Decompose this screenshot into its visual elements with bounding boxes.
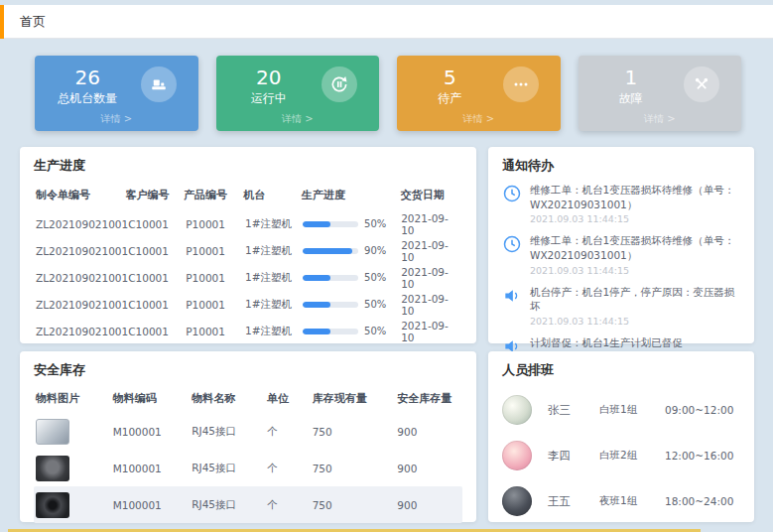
notification-item[interactable]: 机台停产：机台1停产，停产原因：变压器损坏 2021.09.03 11:44:1… [502,285,740,327]
table-row: ZL202109021001 C10001 P10001 1#注塑机 50% 2… [34,318,462,344]
product-no: P10001 [186,272,245,284]
speaker-icon [502,286,522,306]
running-icon [322,66,357,102]
staff-name: 李四 [548,449,599,464]
card-detail-link[interactable]: 详情 > [216,112,380,131]
material-unit: 个 [267,462,313,475]
stat-cards-row: 26 总机台数量 详情 > 20 运行中 详情 > 5 待产 [35,56,741,131]
staff-name: 张三 [548,403,599,418]
customer-no: C10001 [128,218,186,230]
table-row: ZL202109021001 C10001 P10001 1#注塑机 50% 2… [34,291,462,318]
delivery-date: 2021-09-10 [401,320,460,343]
table-header: 制令单编号 客户编号 产品编号 机台 生产进度 交货日期 [34,183,462,210]
stock-qty: 750 [313,499,398,511]
product-no: P10001 [186,326,245,337]
panel-title: 安全库存 [34,361,462,379]
table-row: ZL202109021001 C10001 P10001 1#注塑机 50% 2… [34,264,462,291]
card-label: 待产 [397,90,503,107]
product-no: P10001 [186,245,245,257]
material-unit: 个 [267,425,313,439]
machine: 1#注塑机 [245,217,303,231]
material-code: M100001 [113,463,193,474]
table-row: M100001 RJ45接口 个 750 900 [34,450,462,486]
progress-label: 50% [364,326,386,336]
card-value: 1 [579,66,685,88]
material-image [36,456,69,481]
order-no: ZL202109021001 [36,299,128,311]
material-image [36,419,69,445]
progress-bar: 90% [303,245,401,256]
progress-bar: 50% [303,299,401,310]
card-label: 总机台数量 [35,90,141,107]
panel-staff-schedule: 人员排班 张三 白班1组 09:00~12:00 李四 白班2组 12:00~1… [488,351,754,522]
product-no: P10001 [186,299,245,311]
column-header: 物料编码 [113,391,193,406]
panel-notifications: 通知待办 维修工单：机台1变压器损坏待维修（单号：WX202109031001）… [488,147,754,343]
notification-time: 2021.09.03 11:44:15 [530,316,740,327]
product-no: P10001 [186,218,245,230]
notification-text: 维修工单：机台1变压器损坏待维修（单号：WX202109031001） [530,233,740,262]
stat-card-pending[interactable]: 5 待产 详情 > [397,56,561,131]
notification-item[interactable]: 维修工单：机台1变压器损坏待维修（单号：WX202109031001） 2021… [502,233,740,275]
staff-time: 18:00~24:00 [665,495,733,507]
column-header: 交货日期 [401,188,460,202]
progress-fill [303,248,352,254]
tab-home[interactable]: 首页 [20,13,46,31]
column-header: 制令单编号 [36,188,126,202]
panel-title: 通知待办 [502,157,740,175]
progress-label: 50% [364,218,386,229]
stock-qty: 750 [313,426,398,438]
material-code: M100001 [113,426,193,438]
material-code: M100001 [113,499,193,511]
notification-text: 机台停产：机台1停产，停产原因：变压器损坏 [530,285,740,314]
progress-fill [303,329,330,334]
card-detail-link[interactable]: 详情 > [35,112,198,131]
notification-time: 2021.09.03 11:44:15 [530,265,740,276]
card-value: 26 [35,66,141,88]
column-header: 库存现有量 [313,391,398,406]
stat-card-running[interactable]: 20 运行中 详情 > [216,56,380,131]
card-detail-link[interactable]: 详情 > [579,112,742,131]
stat-card-fault[interactable]: 1 故障 详情 > [579,56,742,131]
staff-shift: 白班2组 [599,449,665,463]
clock-icon [502,234,522,254]
customer-no: C10001 [128,245,186,257]
progress-label: 50% [364,299,386,310]
progress-label: 50% [364,272,386,283]
table-header: 物料图片 物料编码 物料名称 单位 库存现有量 安全库存量 [34,387,462,413]
top-bar: 首页 [0,5,773,39]
panel-title: 人员排班 [502,361,740,379]
order-no: ZL202109021001 [36,272,128,284]
machine: 1#注塑机 [245,325,303,338]
tools-icon [684,66,719,102]
table-row: ZL202109021001 C10001 P10001 1#注塑机 50% 2… [34,210,462,237]
staff-row: 李四 白班2组 12:00~16:00 [502,433,740,478]
notification-time: 2021.09.03 11:44:15 [530,213,740,224]
column-header: 物料图片 [36,391,113,406]
card-label: 运行中 [216,90,322,107]
panel-title: 生产进度 [34,157,462,175]
safety-qty: 900 [397,426,460,438]
material-unit: 个 [267,498,313,512]
safety-qty: 900 [397,463,460,474]
table-row: M100001 RJ45接口 个 750 900 [34,413,462,450]
column-header: 客户编号 [126,188,184,202]
column-header: 生产进度 [302,188,401,202]
staff-row: 王五 夜班1组 18:00~24:00 [502,478,740,524]
table-row: M100001 RJ45接口 个 750 900 [34,486,462,523]
card-detail-link[interactable]: 详情 > [397,112,561,131]
staff-name: 王五 [548,494,599,509]
staff-shift: 夜班1组 [599,494,665,508]
staff-row: 张三 白班1组 09:00~12:00 [502,387,740,433]
staff-time: 09:00~12:00 [665,404,733,416]
customer-no: C10001 [128,299,186,311]
stat-card-total-machines[interactable]: 26 总机台数量 详情 > [35,56,198,131]
material-image [36,492,69,518]
order-no: ZL202109021001 [36,326,128,337]
left-accent-bar [0,5,4,39]
avatar [502,441,532,470]
panel-production-progress: 生产进度 制令单编号 客户编号 产品编号 机台 生产进度 交货日期 ZL2021… [20,147,476,343]
notification-item[interactable]: 维修工单：机台1变压器损坏待维修（单号：WX202109031001） 2021… [502,183,740,224]
column-header: 产品编号 [184,188,243,202]
staff-time: 12:00~16:00 [665,450,733,462]
